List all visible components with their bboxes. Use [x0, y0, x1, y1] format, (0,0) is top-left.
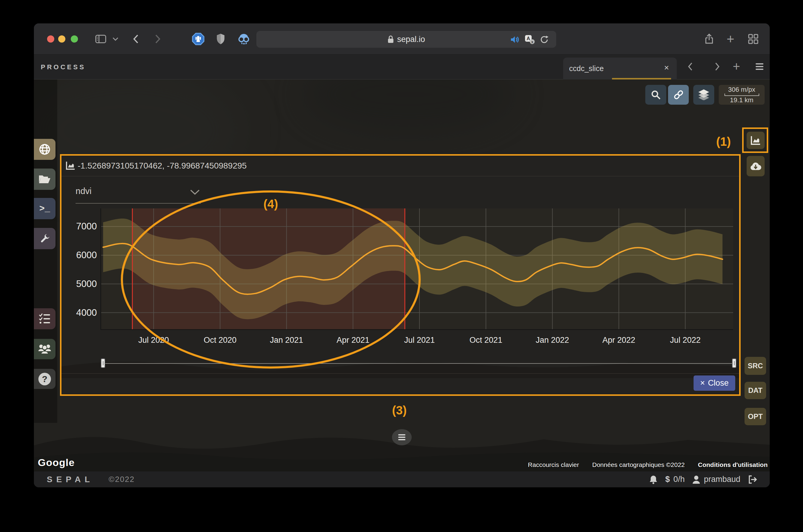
annotation-4-ellipse: [121, 190, 421, 368]
terminal-icon: >_: [39, 204, 50, 214]
range-slider-handle-right[interactable]: [732, 358, 737, 368]
traffic-light-zoom[interactable]: [71, 35, 78, 43]
panel-footer-divider: [61, 373, 739, 374]
user-icon: [692, 475, 700, 484]
src-button[interactable]: SRC: [745, 357, 766, 375]
adblock-extension-icon[interactable]: [192, 32, 205, 45]
privacy-mask-extension-icon[interactable]: [237, 32, 250, 45]
lock-icon: [387, 35, 394, 43]
annotation-1-box: [742, 128, 768, 153]
new-tab-icon[interactable]: +: [724, 32, 737, 45]
browser-window: sepal.io Ax + PROCESS ccdc_slice ×: [34, 23, 770, 487]
users-icon: [38, 344, 51, 354]
map-layers-button[interactable]: [693, 85, 714, 104]
pixel-coordinates: -1.5268973105170462, -78.99687450989295: [78, 161, 247, 171]
page-title: PROCESS: [41, 55, 86, 79]
translate-icon[interactable]: Ax: [524, 34, 535, 45]
traffic-light-minimize[interactable]: [58, 35, 65, 43]
sidebar-item-tasks[interactable]: [34, 308, 56, 329]
tab-prev-icon[interactable]: [684, 60, 697, 73]
forward-button[interactable]: [151, 32, 164, 45]
map-menu-button[interactable]: [392, 429, 412, 445]
traffic-light-close[interactable]: [47, 35, 54, 43]
sidebar-item-terminal[interactable]: >_: [34, 198, 56, 219]
app-header: PROCESS ccdc_slice × +: [34, 55, 770, 79]
opt-button[interactable]: OPT: [745, 408, 766, 425]
folder-open-icon: [38, 174, 51, 185]
x-tick-label: Jul 2021: [404, 336, 435, 345]
wrench-icon: [39, 233, 51, 245]
app-footer: SEPAL ©2022 $ 0/h prambaud: [34, 471, 770, 487]
browser-toolbar: sepal.io Ax +: [34, 23, 770, 55]
sidebar-item-files[interactable]: [34, 169, 56, 190]
checklist-icon: [39, 314, 51, 324]
sidebar-item-apps[interactable]: [34, 228, 56, 249]
sidebar-item-help[interactable]: ?: [34, 369, 56, 389]
annotation-1: (1): [709, 135, 739, 149]
close-button[interactable]: × Close: [693, 376, 735, 391]
attribution-map-data: Données cartographiques ©2022: [592, 461, 685, 469]
add-tab-icon[interactable]: +: [730, 60, 743, 73]
shield-extension-icon[interactable]: [214, 32, 227, 45]
chevron-down-icon[interactable]: [190, 189, 200, 195]
attribution-terms-link[interactable]: Conditions d'utilisation: [698, 461, 768, 469]
google-logo: Google: [38, 457, 75, 469]
scale-bracket: [724, 94, 759, 96]
x-tick-label: Jan 2022: [536, 336, 569, 345]
help-icon: ?: [38, 373, 51, 385]
sidebar-item-users[interactable]: [34, 339, 56, 359]
speaker-icon[interactable]: [510, 34, 520, 45]
tab-ccdc-slice[interactable]: ccdc_slice ×: [563, 58, 677, 79]
y-tick-label: 6000: [61, 250, 97, 261]
chart-panel-header: -1.5268973105170462, -78.99687450989295: [61, 156, 739, 176]
user-menu[interactable]: prambaud: [692, 475, 740, 484]
usage-budget[interactable]: $ 0/h: [665, 475, 685, 484]
area-chart-icon: [66, 161, 75, 170]
map-attribution: Raccourcis clavier Données cartographiqu…: [528, 461, 768, 469]
y-tick-label: 7000: [61, 221, 97, 232]
tab-close-icon[interactable]: ×: [664, 63, 669, 73]
search-icon: [651, 90, 661, 100]
annotation-3: (3): [384, 404, 415, 417]
scale-distance: 19.1 km: [730, 97, 753, 104]
back-button[interactable]: [129, 32, 142, 45]
sidebar-item-process[interactable]: [34, 139, 56, 160]
annotation-4: (4): [256, 197, 286, 211]
menu-icon[interactable]: [753, 60, 766, 73]
map-link-button[interactable]: [668, 85, 689, 104]
logout-icon[interactable]: [748, 475, 757, 484]
link-icon: [673, 89, 684, 100]
layers-icon: [698, 89, 709, 100]
close-icon: ×: [700, 378, 705, 388]
url-bar[interactable]: sepal.io Ax: [256, 31, 556, 48]
bell-icon[interactable]: [649, 475, 657, 484]
scale-resolution: 306 m/px: [728, 86, 755, 93]
attribution-shortcuts-link[interactable]: Raccourcis clavier: [528, 461, 579, 469]
url-text: sepal.io: [397, 35, 425, 44]
dat-button[interactable]: DAT: [745, 382, 766, 399]
sepal-brand: SEPAL: [47, 475, 94, 484]
username: prambaud: [704, 475, 740, 484]
hamburger-icon: [398, 434, 406, 440]
tab-next-icon[interactable]: [711, 60, 724, 73]
close-label: Close: [708, 378, 729, 388]
reload-icon[interactable]: [539, 34, 550, 45]
band-select[interactable]: ndvi: [76, 186, 92, 196]
navigator-decor: [61, 344, 739, 378]
copyright: ©2022: [109, 475, 135, 484]
map-search-button[interactable]: [645, 85, 666, 104]
download-tool-button[interactable]: [747, 156, 765, 176]
date-range-slider-track[interactable]: [103, 363, 734, 364]
tab-label: ccdc_slice: [563, 64, 604, 73]
sidebar-toggle-icon[interactable]: [94, 32, 107, 45]
tab-overview-icon[interactable]: [747, 32, 760, 45]
map-scale-widget: 306 m/px 19.1 km: [719, 85, 765, 104]
footer-user-area: $ 0/h prambaud: [649, 475, 757, 484]
chevron-down-icon[interactable]: [109, 32, 122, 45]
map-terrain-decor: [304, 79, 514, 133]
usage-value: 0/h: [673, 475, 685, 484]
svg-text:A: A: [527, 36, 530, 41]
screen: sepal.io Ax + PROCESS ccdc_slice ×: [0, 0, 803, 532]
range-slider-handle-left[interactable]: [101, 358, 105, 368]
share-icon[interactable]: [703, 32, 716, 45]
